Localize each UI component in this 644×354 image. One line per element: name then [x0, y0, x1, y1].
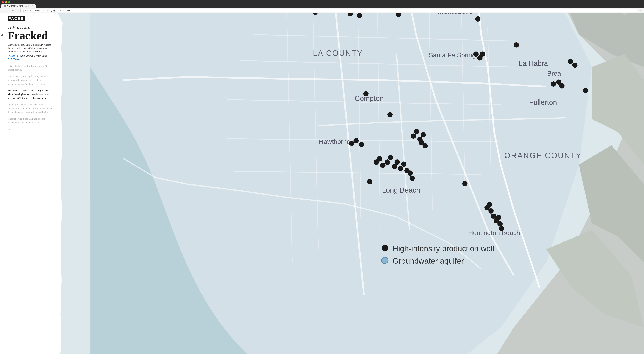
bookmark-star-icon[interactable]: ☆ — [638, 9, 641, 12]
home-icon: ⌂ — [17, 9, 18, 12]
map-area: Los Angeles Montebello LA COUNTY Santa F… — [58, 13, 644, 354]
svg-text:Brea: Brea — [547, 70, 561, 77]
svg-point-75 — [382, 257, 388, 264]
svg-point-73 — [382, 245, 388, 251]
svg-point-49 — [354, 138, 359, 143]
logo-area: FACES OF FRACKING — [8, 16, 53, 23]
svg-point-63 — [367, 179, 372, 184]
tab-favicon — [4, 5, 6, 7]
tab-bar: California's Getting Fracked × — [0, 4, 644, 8]
facebook-icon[interactable] — [0, 38, 4, 42]
svg-text:Compton: Compton — [355, 94, 384, 102]
page-wrapper: FACES OF FRACKING California's Getting F… — [0, 13, 644, 354]
security-icon: 🔓 — [22, 9, 24, 12]
article-title: Fracked — [8, 30, 53, 41]
svg-point-34 — [568, 59, 573, 64]
svg-text:Huntington Beach: Huntington Beach — [468, 229, 520, 237]
maximize-button[interactable] — [8, 1, 10, 3]
map-svg: Los Angeles Montebello LA COUNTY Santa F… — [58, 13, 644, 354]
svg-point-64 — [462, 181, 468, 186]
svg-point-54 — [385, 159, 390, 165]
svg-point-72 — [499, 226, 504, 231]
svg-point-58 — [398, 166, 403, 171]
svg-point-29 — [475, 16, 480, 21]
svg-point-35 — [572, 62, 578, 68]
menu-dot-1 — [642, 9, 642, 10]
svg-point-41 — [388, 112, 392, 117]
tab-title: California's Getting Fracked — [7, 5, 30, 7]
story-paragraph-2: The oil industry is using fracking and o… — [8, 74, 53, 86]
svg-point-38 — [560, 83, 564, 88]
svg-point-45 — [420, 132, 426, 137]
left-panel: FACES OF FRACKING California's Getting F… — [4, 13, 58, 354]
svg-point-70 — [496, 215, 502, 220]
svg-point-39 — [583, 88, 588, 93]
story-paragraph-5: Since reporting in the LA Basin became m… — [8, 117, 53, 124]
svg-point-66 — [488, 208, 494, 214]
svg-text:Groundwater aquifer: Groundwater aquifer — [392, 257, 464, 265]
close-button[interactable] — [2, 1, 4, 3]
en-espanol-link[interactable]: EN ESPAÑOL — [8, 58, 21, 60]
browser-chrome: California's Getting Fracked × ‹ › ↻ ⌂ 🔓… — [0, 0, 644, 13]
svg-text:Santa Fe Springs: Santa Fe Springs — [429, 51, 479, 59]
reload-icon: ↻ — [12, 9, 14, 12]
minimize-button[interactable] — [5, 1, 7, 3]
svg-point-42 — [411, 133, 416, 139]
home-button[interactable]: ⌂ — [16, 9, 19, 12]
svg-point-53 — [380, 163, 385, 168]
svg-text:High-intensity production well: High-intensity production well — [392, 244, 494, 253]
security-text: Not Secure — [25, 9, 34, 11]
svg-point-52 — [377, 156, 382, 161]
social-sidebar — [0, 13, 4, 354]
svg-point-40 — [363, 91, 368, 96]
svg-point-33 — [480, 51, 485, 56]
svg-point-59 — [401, 162, 406, 167]
svg-point-50 — [359, 142, 364, 147]
chevron-down-icon: ⌄ — [8, 127, 10, 131]
story-paragraph-4: Oil and gas companies are using toxic ch… — [8, 103, 53, 114]
svg-point-62 — [410, 176, 415, 181]
byline-coauthors: , Sarah Craig & Antonia Bruno — [21, 55, 48, 57]
article-intro: California's Getting — [8, 26, 53, 29]
svg-point-30 — [514, 42, 519, 47]
back-icon: ‹ — [3, 9, 4, 12]
svg-point-31 — [474, 51, 478, 56]
svg-text:Montebello: Montebello — [438, 13, 472, 15]
svg-text:Hawthorne: Hawthorne — [319, 138, 350, 145]
byline-prefix: by — [8, 55, 10, 57]
reload-button[interactable]: ↻ — [11, 9, 14, 12]
forward-icon: › — [8, 9, 8, 12]
article-description: Everything oil companies aren't telling … — [8, 43, 53, 53]
menu-dot-3 — [642, 11, 642, 12]
twitter-icon[interactable] — [0, 33, 4, 37]
active-tab[interactable]: California's Getting Fracked × — [1, 4, 36, 8]
svg-point-68 — [491, 214, 496, 219]
svg-text:Fullerton: Fullerton — [529, 98, 557, 106]
scroll-down-arrow[interactable]: ⌄ — [8, 127, 53, 131]
tab-close-button[interactable]: × — [32, 5, 33, 7]
svg-point-57 — [395, 159, 400, 165]
story-paragraph-1: This is the Los Angeles Basin, home to 1… — [8, 64, 53, 72]
svg-point-67 — [487, 202, 492, 207]
logo-faces: FACES — [8, 16, 25, 21]
byline: by Anna Flagg , Sarah Craig & Antonia Br… — [8, 55, 53, 57]
svg-text:Long Beach: Long Beach — [382, 186, 420, 194]
svg-point-36 — [551, 81, 556, 87]
traffic-lights — [0, 0, 644, 4]
svg-text:ORANGE COUNTY: ORANGE COUNTY — [504, 151, 582, 160]
svg-point-61 — [408, 171, 413, 176]
svg-text:LA COUNTY: LA COUNTY — [313, 49, 363, 58]
story-paragraph-3: Here are the LA Basin's 532 oil & gas we… — [8, 89, 53, 100]
byline-author1-link[interactable]: Anna Flagg — [10, 55, 21, 57]
svg-point-55 — [388, 155, 393, 160]
url-text: www.facesoffracking.org/data-visualizati… — [35, 9, 71, 12]
address-bar[interactable]: 🔓 Not Secure www.facesoffracking.org/dat… — [20, 9, 637, 12]
back-button[interactable]: ‹ — [2, 9, 5, 12]
svg-point-48 — [349, 141, 354, 146]
logo-of-fracking: OF FRACKING — [8, 21, 53, 23]
menu-button[interactable] — [642, 9, 642, 12]
svg-point-56 — [392, 164, 397, 169]
svg-point-71 — [498, 221, 503, 227]
menu-dot-2 — [642, 10, 642, 11]
forward-button[interactable]: › — [6, 9, 10, 12]
